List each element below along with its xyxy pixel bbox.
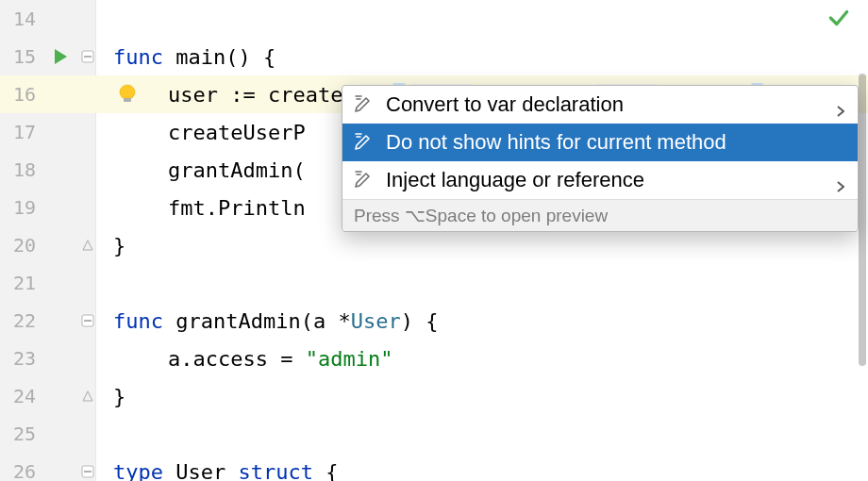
token-punct: { (426, 309, 438, 333)
gutter-icons (42, 0, 96, 38)
code-line[interactable]: 21 (0, 264, 868, 302)
token-ident: user (168, 83, 218, 107)
code-line[interactable]: 20} (0, 226, 868, 264)
token-punct: (a (301, 309, 339, 333)
line-number: 23 (0, 340, 42, 377)
code-line[interactable]: 24} (0, 377, 868, 415)
token-ident: grantAdmin (168, 158, 292, 182)
gutter-icons (42, 264, 96, 302)
code-content[interactable]: func grantAdmin(a *User) { (96, 309, 438, 333)
gutter-icons (42, 113, 96, 151)
code-content[interactable]: type User struct { (96, 460, 338, 482)
token-ident: createUserP (168, 121, 306, 144)
intention-action-item[interactable]: Inject language or reference (342, 161, 858, 199)
pencil-icon (354, 94, 375, 115)
fold-open-icon[interactable] (81, 465, 94, 478)
intention-actions-popup[interactable]: Convert to var declarationDo not show hi… (342, 85, 859, 232)
gutter-icons (42, 453, 96, 481)
token-punct: () (225, 45, 251, 69)
code-content[interactable]: fmt.Println (96, 196, 306, 220)
pencil-icon (354, 170, 375, 191)
gutter-icons (42, 302, 96, 340)
popup-hint-footer: Press ⌥Space to open preview (342, 199, 858, 231)
code-line[interactable]: 23a.access = "admin" (0, 340, 868, 377)
code-line[interactable]: 26type User struct { (0, 453, 868, 481)
line-number: 18 (0, 151, 42, 189)
intention-action-label: Do not show hints for current method (386, 130, 846, 155)
intention-action-item[interactable]: Do not show hints for current method (342, 124, 858, 161)
inspection-status-ok-icon[interactable] (826, 6, 851, 30)
pencil-icon (354, 132, 375, 153)
gutter-icons (42, 377, 96, 415)
line-number: 24 (0, 377, 42, 415)
scrollbar-thumb[interactable] (859, 74, 866, 366)
svg-rect-1 (124, 98, 131, 102)
token-str: "admin" (306, 347, 393, 371)
run-icon[interactable] (53, 48, 68, 65)
code-content[interactable]: createUserP (96, 121, 306, 144)
code-content[interactable]: grantAdmin( (96, 158, 306, 182)
gutter-icons (42, 226, 96, 264)
chevron-right-icon (837, 98, 846, 111)
chevron-right-icon (837, 174, 846, 187)
token-kw: struct (238, 460, 312, 482)
line-number: 20 (0, 226, 42, 264)
gutter-icons (42, 151, 96, 189)
fold-open-icon[interactable] (81, 50, 94, 63)
intention-action-label: Convert to var declaration (386, 92, 829, 117)
line-number: 17 (0, 113, 42, 151)
line-number: 15 (0, 38, 42, 75)
code-editor[interactable]: 1415func main() {16user := createUser(na… (0, 0, 868, 481)
token-punct: * (338, 309, 350, 333)
fold-close-icon[interactable] (81, 390, 94, 403)
token-punct: ) (401, 309, 413, 333)
token-punct: . (206, 196, 218, 220)
code-line[interactable]: 15func main() { (0, 38, 868, 75)
line-number: 25 (0, 415, 42, 453)
popup-hint-text: Press ⌥Space to open preview (354, 205, 608, 226)
token-op: = (280, 347, 292, 371)
code-content[interactable]: } (96, 234, 125, 257)
code-line[interactable]: 25 (0, 415, 868, 453)
gutter-icons (42, 38, 96, 75)
token-ident: access (193, 347, 268, 371)
fold-close-icon[interactable] (81, 239, 94, 252)
token-kw: func (113, 309, 163, 333)
token-punct: . (180, 347, 192, 371)
token-ident: main (175, 45, 225, 69)
code-content[interactable]: func main() { (96, 45, 275, 69)
code-content[interactable]: } (96, 385, 125, 408)
line-number: 14 (0, 0, 42, 38)
token-op: := (230, 83, 256, 107)
fold-open-icon[interactable] (81, 314, 94, 327)
intention-action-label: Inject language or reference (386, 168, 829, 192)
gutter-icons (42, 340, 96, 377)
token-kw: type (113, 460, 163, 482)
token-punct: { (326, 460, 338, 482)
token-ident: a (168, 347, 180, 371)
line-number: 22 (0, 302, 42, 340)
line-number: 26 (0, 453, 42, 481)
token-ident: Println (218, 196, 306, 220)
token-punct: ( (292, 158, 305, 182)
gutter-icons (42, 189, 96, 226)
token-ident: fmt (168, 196, 206, 220)
line-number: 19 (0, 189, 42, 226)
code-lines[interactable]: 1415func main() {16user := createUser(na… (0, 0, 868, 481)
token-ident: User (175, 460, 225, 482)
token-ident: grantAdmin (175, 309, 300, 333)
intention-bulb-icon[interactable] (118, 84, 139, 105)
line-number: 21 (0, 264, 42, 302)
gutter-icons (42, 75, 96, 113)
token-kw: func (113, 45, 163, 69)
token-punct: } (113, 234, 125, 257)
code-line[interactable]: 14 (0, 0, 868, 38)
token-punct: } (113, 385, 125, 408)
intention-action-item[interactable]: Convert to var declaration (342, 86, 858, 124)
code-line[interactable]: 22func grantAdmin(a *User) { (0, 302, 868, 340)
gutter-icons (42, 415, 96, 453)
token-type: User (351, 309, 401, 333)
line-number: 16 (0, 75, 42, 113)
code-content[interactable]: a.access = "admin" (96, 347, 392, 371)
token-punct: { (263, 45, 275, 69)
